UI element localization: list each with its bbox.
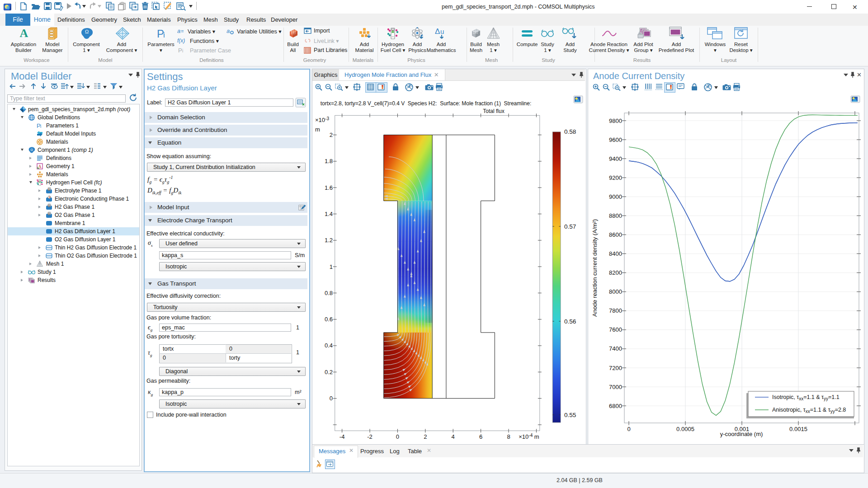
svg-text:Ω: Ω <box>30 148 33 151</box>
svg-text:Ω: Ω <box>85 29 89 34</box>
svg-text:1.6: 1.6 <box>325 184 333 191</box>
svg-text:D: D <box>48 188 50 191</box>
svg-text:0.2: 0.2 <box>325 369 333 375</box>
svg-text:+: + <box>392 28 394 31</box>
svg-text:9200: 9200 <box>609 174 622 181</box>
svg-text:6800: 6800 <box>609 403 622 409</box>
svg-text:0: 0 <box>396 433 399 440</box>
svg-text:8800: 8800 <box>609 212 622 219</box>
svg-text:0.58: 0.58 <box>564 128 576 135</box>
svg-text:9000: 9000 <box>609 193 622 200</box>
svg-text:×10-3: ×10-3 <box>315 116 329 123</box>
svg-text:-2: -2 <box>367 433 373 440</box>
svg-text:0.0005: 0.0005 <box>676 426 694 432</box>
svg-text:7800: 7800 <box>609 307 622 314</box>
svg-text:9400: 9400 <box>609 155 622 162</box>
svg-text:1: 1 <box>330 263 333 270</box>
svg-text:4: 4 <box>452 433 455 440</box>
svg-text:7400: 7400 <box>609 345 622 352</box>
svg-text:8400: 8400 <box>609 250 622 257</box>
svg-text:0.0015: 0.0015 <box>789 426 807 432</box>
svg-text:Anode reaction current density: Anode reaction current density (A/m²) <box>591 219 598 317</box>
svg-text:f(x): f(x) <box>177 38 185 44</box>
svg-text:a: a <box>226 28 230 34</box>
svg-text:7000: 7000 <box>609 384 622 390</box>
svg-text:1.8: 1.8 <box>325 158 333 164</box>
svg-text:P: P <box>178 47 182 54</box>
svg-text:2: 2 <box>424 433 427 440</box>
svg-text:0.6: 0.6 <box>325 316 333 323</box>
svg-text:0.8: 0.8 <box>325 290 333 296</box>
svg-text:8000: 8000 <box>609 288 622 295</box>
svg-text:9600: 9600 <box>609 136 622 143</box>
svg-text:8600: 8600 <box>609 231 622 238</box>
svg-text:9800: 9800 <box>609 117 622 124</box>
svg-text:a: a <box>177 28 180 34</box>
svg-text:A: A <box>20 27 28 40</box>
svg-text:2: 2 <box>330 131 333 138</box>
svg-text:1.2: 1.2 <box>325 237 333 244</box>
svg-text:y-coordinate (m): y-coordinate (m) <box>720 431 763 437</box>
svg-text:8200: 8200 <box>609 269 622 276</box>
svg-text:i: i <box>163 31 165 39</box>
svg-text:0.57: 0.57 <box>564 223 576 230</box>
svg-text:i: i <box>40 124 41 129</box>
svg-text:+: + <box>39 179 41 182</box>
svg-text:Δ: Δ <box>435 27 440 36</box>
svg-text:D: D <box>48 204 50 207</box>
svg-text:7600: 7600 <box>609 326 622 333</box>
svg-text:0.55: 0.55 <box>564 412 576 418</box>
svg-text:0.4: 0.4 <box>325 342 333 349</box>
svg-text:0: 0 <box>330 395 333 402</box>
svg-text:u: u <box>440 28 444 35</box>
svg-text:0.56: 0.56 <box>564 318 576 325</box>
svg-text:0: 0 <box>627 426 630 432</box>
svg-text:8: 8 <box>507 433 510 440</box>
svg-text:m: m <box>315 126 320 133</box>
svg-text:=: = <box>181 28 184 34</box>
svg-text:i: i <box>182 48 183 53</box>
svg-text:D: D <box>48 212 50 215</box>
svg-text:1.4: 1.4 <box>325 211 333 217</box>
svg-text:7200: 7200 <box>609 365 622 371</box>
svg-text:Isotropic, τxx=1.1 & τyy=1.1: Isotropic, τxx=1.1 & τyy=1.1 <box>772 394 840 401</box>
svg-text:6: 6 <box>479 433 482 440</box>
svg-text:−: − <box>392 35 394 39</box>
svg-text:-4: -4 <box>340 433 345 440</box>
svg-text:×10-4 m: ×10-4 m <box>519 433 539 440</box>
